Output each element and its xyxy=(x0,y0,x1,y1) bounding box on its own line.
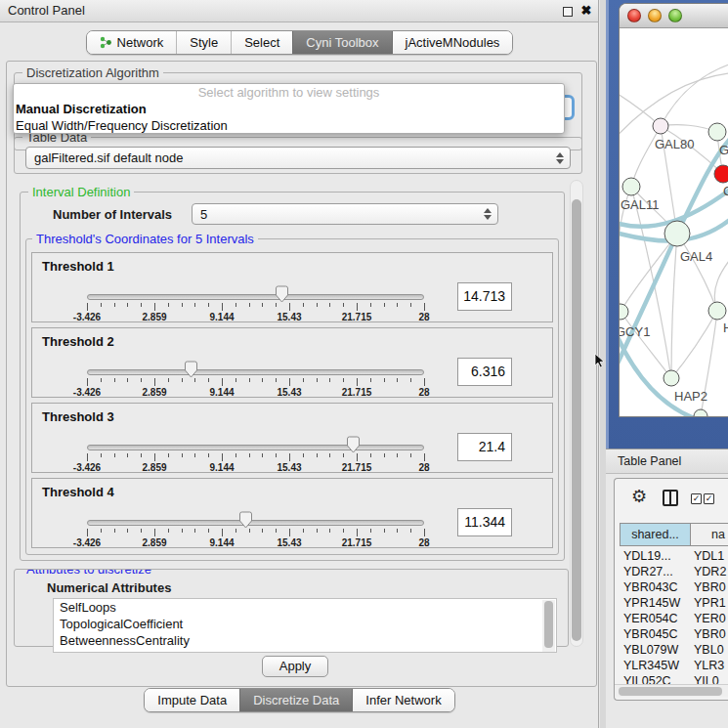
network-node-GAL11[interactable] xyxy=(622,178,640,195)
table-row[interactable]: YDL19...YDL1 xyxy=(615,548,728,564)
threshold-1-slider-thumb[interactable] xyxy=(275,285,289,303)
slider-tick xyxy=(141,378,142,382)
table-row[interactable]: YBL079WYBL0 xyxy=(615,642,728,658)
maximize-window-icon[interactable] xyxy=(668,9,682,22)
attributes-scrollbar-thumb[interactable] xyxy=(544,601,553,648)
threshold-3-value-field[interactable]: 21.4 xyxy=(457,433,512,461)
settings-scrollbar-thumb[interactable] xyxy=(572,199,581,641)
slider-tick xyxy=(208,453,209,457)
algorithm-popup-item-manual[interactable]: Manual Discretization xyxy=(14,101,564,117)
slider-tick xyxy=(101,378,102,382)
slider-tick xyxy=(182,303,183,307)
network-edge[interactable] xyxy=(631,187,671,378)
network-node-GCY1[interactable] xyxy=(620,304,628,320)
split-columns-icon[interactable] xyxy=(663,490,678,506)
tab-style[interactable]: Style xyxy=(176,31,231,54)
threshold-1-value-field[interactable]: 14.713 xyxy=(457,282,512,311)
network-node-H[interactable] xyxy=(708,302,726,320)
network-window-titlebar[interactable] xyxy=(620,4,728,28)
tab-select[interactable]: Select xyxy=(231,31,292,54)
slider-tick xyxy=(317,303,318,307)
tick-label: 21.715 xyxy=(342,537,372,548)
threshold-3-slider-track[interactable] xyxy=(87,445,424,450)
minimize-window-icon[interactable] xyxy=(648,9,662,22)
table-row[interactable]: YPR145WYPR1 xyxy=(615,595,728,611)
table-hscrollbar-track[interactable] xyxy=(615,684,728,697)
slider-tick xyxy=(317,453,318,457)
number-of-intervals-combobox[interactable]: 5 xyxy=(192,203,498,225)
table-row[interactable]: YBR045CYBR0 xyxy=(615,626,728,642)
attribute-item-topologicalcoefficient[interactable]: TopologicalCoefficient xyxy=(54,616,556,632)
slider-tick xyxy=(424,303,425,311)
threshold-4-value-field[interactable]: 11.344 xyxy=(457,508,512,536)
node-label: H xyxy=(723,321,728,335)
threshold-2-slider-thumb[interactable] xyxy=(184,361,198,378)
tick-label: 9.144 xyxy=(209,462,234,473)
node-label: GA xyxy=(719,143,728,157)
algorithm-popup-item-equal-width[interactable]: Equal Width/Frequency Discretization xyxy=(14,117,564,134)
table-row[interactable]: YER054CYER0 xyxy=(615,611,728,626)
threshold-2-value-field[interactable]: 6.316 xyxy=(457,358,512,386)
table-row[interactable]: YLR345WYLR3 xyxy=(615,658,728,673)
tab-jactivemnodules-label: jActiveMNodules xyxy=(406,35,500,50)
threshold-2-panel: Threshold 2 -3.4262.8599.14415.4321.7152… xyxy=(31,327,553,398)
node-label: C xyxy=(723,184,728,198)
slider-tick xyxy=(87,453,88,461)
network-node-HAP2[interactable] xyxy=(664,370,679,386)
tab-jactivemnodules[interactable]: jActiveMNodules xyxy=(392,31,513,54)
cell-shared-name: YBL079W xyxy=(623,642,678,658)
tick-label: 2.859 xyxy=(142,387,166,398)
slider-tick xyxy=(303,378,304,382)
close-window-icon[interactable] xyxy=(627,9,641,22)
attribute-item-betweennesscentrality[interactable]: BetweennessCentrality xyxy=(54,632,556,649)
column-header-name[interactable]: na xyxy=(690,523,728,546)
attribute-item-selfloops[interactable]: SelfLoops xyxy=(54,599,556,616)
network-edge[interactable] xyxy=(671,311,717,378)
column-header-shared-name[interactable]: shared... xyxy=(620,523,691,546)
table-data-combobox[interactable]: galFiltered.sif default node xyxy=(25,147,571,169)
threshold-2-slider-track[interactable] xyxy=(87,369,424,375)
threshold-4-slider-thumb[interactable] xyxy=(238,511,253,529)
tick-label: 21.715 xyxy=(342,387,372,398)
cell-shared-name: YBR045C xyxy=(623,626,678,642)
threshold-1-slider-track[interactable] xyxy=(87,294,424,300)
threshold-3-slider-thumb[interactable] xyxy=(346,436,361,453)
tab-impute-data[interactable]: Impute Data xyxy=(145,689,239,711)
tick-label: 21.715 xyxy=(342,312,372,322)
apply-button[interactable]: Apply xyxy=(262,656,328,677)
network-edge[interactable] xyxy=(631,126,661,187)
slider-tick xyxy=(114,453,115,457)
cell-shared-name: YDL19... xyxy=(623,548,671,564)
checkbox-icon[interactable]: ✓ xyxy=(704,493,714,504)
table-row[interactable]: YDR27...YDR2 xyxy=(615,564,728,579)
network-node-unnamed[interactable] xyxy=(694,409,707,417)
tab-network[interactable]: Network xyxy=(87,31,177,54)
table-settings-gear-icon[interactable]: ⚙ xyxy=(631,486,647,507)
threshold-4-slider-track[interactable] xyxy=(87,520,424,526)
table-panel-title: Table Panel xyxy=(618,454,681,468)
network-node-GAL80[interactable] xyxy=(653,118,668,134)
slider-tick xyxy=(127,303,128,307)
close-panel-button[interactable]: ✖ xyxy=(579,3,593,19)
slider-tick xyxy=(194,378,195,382)
cyni-mode-tabbar: Impute Data Discretize Data Infer Networ… xyxy=(0,688,599,712)
table-row[interactable]: YBR043CYBR0 xyxy=(615,579,728,595)
network-node-red-node[interactable] xyxy=(714,165,728,183)
threshold-1-panel: Threshold 1 -3.4262.8599.14415.4321.7152… xyxy=(31,252,553,322)
slider-tick xyxy=(424,378,425,386)
slider-tick xyxy=(384,529,385,533)
network-node-unnamed[interactable] xyxy=(708,123,726,141)
tab-infer-network[interactable]: Infer Network xyxy=(352,689,453,711)
float-window-button[interactable] xyxy=(563,7,573,17)
network-view-window[interactable]: GAL80GACGAL11GAL4GCY1HHAP2 xyxy=(619,3,728,417)
numerical-attributes-label: Numerical Attributes xyxy=(47,580,171,595)
network-edge[interactable] xyxy=(661,62,728,126)
tab-cyni-toolbox[interactable]: Cyni Toolbox xyxy=(292,31,391,54)
table-hscrollbar-thumb[interactable] xyxy=(619,687,722,696)
checkbox-icon[interactable]: ✓ xyxy=(691,493,702,504)
tab-discretize-data[interactable]: Discretize Data xyxy=(239,689,352,711)
network-node-GAL4[interactable] xyxy=(664,221,690,246)
network-edge[interactable] xyxy=(671,234,677,378)
network-canvas[interactable]: GAL80GACGAL11GAL4GCY1HHAP2 xyxy=(620,28,728,417)
tick-label: 9.144 xyxy=(209,537,234,548)
